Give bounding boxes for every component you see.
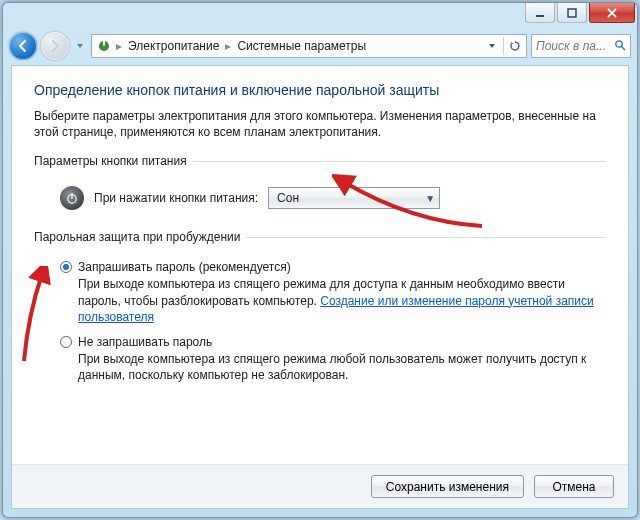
page-title: Определение кнопок питания и включение п… <box>34 82 606 98</box>
search-icon <box>614 39 626 54</box>
radio-require-password[interactable] <box>60 261 72 273</box>
radio-no-password[interactable] <box>60 336 72 348</box>
maximize-button[interactable] <box>557 3 587 23</box>
save-button[interactable]: Сохранить изменения <box>371 475 524 498</box>
page-intro: Выберите параметры электропитания для эт… <box>34 108 606 140</box>
window-frame: ▸ Электропитание ▸ Системные параметры П… <box>2 2 638 518</box>
address-tools <box>483 35 524 57</box>
address-bar[interactable]: ▸ Электропитание ▸ Системные параметры <box>91 34 527 58</box>
chevron-down-icon: ▼ <box>425 193 435 204</box>
power-button-label: При нажатии кнопки питания: <box>94 191 258 205</box>
nav-row: ▸ Электропитание ▸ Системные параметры П… <box>3 31 637 65</box>
svg-rect-0 <box>536 15 544 17</box>
search-input[interactable]: Поиск в па... <box>531 34 631 58</box>
group-power-button: Параметры кнопки питания При нажатии кно… <box>34 154 606 222</box>
titlebar <box>3 3 637 31</box>
search-placeholder: Поиск в па... <box>536 39 606 53</box>
svg-rect-1 <box>568 9 576 17</box>
separator <box>503 37 504 55</box>
radio-require-password-block: Запрашивать пароль (рекомендуется) При в… <box>34 256 606 331</box>
power-button-action-value: Сон <box>277 191 299 205</box>
power-icon <box>60 186 84 210</box>
group-password-wake: Парольная защита при пробуждении Запраши… <box>34 230 606 397</box>
close-button[interactable] <box>589 3 635 23</box>
breadcrumb-leaf[interactable]: Системные параметры <box>235 39 368 53</box>
group-password-legend: Парольная защита при пробуждении <box>34 230 246 244</box>
radio-require-password-label: Запрашивать пароль (рекомендуется) <box>78 260 291 274</box>
address-dropdown-icon[interactable] <box>483 35 501 57</box>
svg-point-4 <box>616 40 622 46</box>
radio-no-password-label: Не запрашивать пароль <box>78 335 212 349</box>
svg-rect-3 <box>103 41 105 46</box>
content-panel: Определение кнопок питания и включение п… <box>11 65 629 509</box>
breadcrumb-root[interactable]: Электропитание <box>126 39 221 53</box>
chevron-right-icon: ▸ <box>114 39 124 53</box>
minimize-button[interactable] <box>525 3 555 23</box>
radio-no-password-block: Не запрашивать пароль При выходе компьют… <box>34 331 606 389</box>
control-panel-icon <box>96 38 112 54</box>
nav-history-dropdown[interactable] <box>73 36 87 56</box>
svg-line-5 <box>622 46 626 50</box>
cancel-button[interactable]: Отмена <box>534 475 614 498</box>
group-power-button-legend: Параметры кнопки питания <box>34 154 193 168</box>
chevron-right-icon: ▸ <box>223 39 233 53</box>
power-button-action-select[interactable]: Сон ▼ <box>268 187 440 209</box>
content-area: Определение кнопок питания и включение п… <box>12 66 628 464</box>
back-button[interactable] <box>9 32 37 60</box>
radio-no-password-desc: При выходе компьютера из спящего режима … <box>60 349 606 383</box>
forward-button[interactable] <box>41 32 69 60</box>
footer: Сохранить изменения Отмена <box>12 464 628 508</box>
radio-require-password-desc: При выходе компьютера из спящего режима … <box>60 274 606 325</box>
refresh-icon[interactable] <box>506 35 524 57</box>
